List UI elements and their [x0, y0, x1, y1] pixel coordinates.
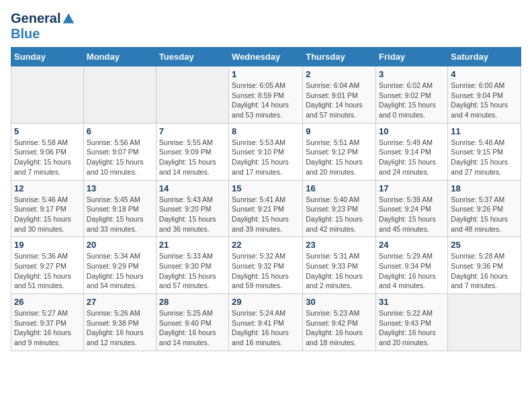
weekday-header-wednesday: Wednesday [229, 48, 303, 66]
day-number: 27 [87, 297, 153, 307]
day-number: 6 [87, 126, 153, 136]
calendar-cell: 21Sunrise: 5:33 AM Sunset: 9:30 PM Dayli… [156, 237, 228, 294]
calendar-cell: 12Sunrise: 5:46 AM Sunset: 9:17 PM Dayli… [11, 180, 84, 237]
calendar-cell: 8Sunrise: 5:53 AM Sunset: 9:10 PM Daylig… [229, 123, 303, 180]
day-number: 15 [232, 183, 300, 193]
calendar-cell: 25Sunrise: 5:28 AM Sunset: 9:36 PM Dayli… [448, 237, 521, 294]
calendar-cell: 15Sunrise: 5:41 AM Sunset: 9:21 PM Dayli… [229, 180, 303, 237]
day-info: Sunrise: 5:48 AM Sunset: 9:15 PM Dayligh… [451, 138, 518, 177]
weekday-header-sunday: Sunday [11, 48, 84, 66]
calendar-cell [83, 66, 156, 124]
day-number: 1 [232, 69, 300, 79]
day-number: 12 [14, 183, 81, 193]
day-number: 21 [159, 240, 226, 250]
day-number: 11 [451, 126, 518, 136]
calendar-cell: 3Sunrise: 6:02 AM Sunset: 9:02 PM Daylig… [376, 66, 448, 124]
calendar-cell: 28Sunrise: 5:25 AM Sunset: 9:40 PM Dayli… [156, 294, 228, 351]
logo-general: General [11, 11, 60, 26]
calendar-cell: 7Sunrise: 5:55 AM Sunset: 9:09 PM Daylig… [156, 123, 228, 180]
calendar-cell: 2Sunrise: 6:04 AM Sunset: 9:01 PM Daylig… [303, 66, 376, 124]
day-info: Sunrise: 5:31 AM Sunset: 9:33 PM Dayligh… [306, 251, 373, 291]
calendar-week-row: 26Sunrise: 5:27 AM Sunset: 9:37 PM Dayli… [11, 294, 521, 351]
day-info: Sunrise: 5:53 AM Sunset: 9:10 PM Dayligh… [232, 138, 300, 177]
calendar-week-row: 5Sunrise: 5:58 AM Sunset: 9:06 PM Daylig… [11, 123, 521, 180]
day-info: Sunrise: 6:05 AM Sunset: 8:59 PM Dayligh… [232, 81, 300, 120]
day-info: Sunrise: 5:26 AM Sunset: 9:38 PM Dayligh… [87, 308, 153, 348]
day-info: Sunrise: 5:46 AM Sunset: 9:17 PM Dayligh… [14, 195, 81, 234]
calendar-cell: 13Sunrise: 5:45 AM Sunset: 9:18 PM Dayli… [83, 180, 156, 237]
day-info: Sunrise: 6:02 AM Sunset: 9:02 PM Dayligh… [379, 81, 445, 120]
day-info: Sunrise: 5:32 AM Sunset: 9:32 PM Dayligh… [232, 251, 300, 291]
day-info: Sunrise: 5:28 AM Sunset: 9:36 PM Dayligh… [451, 251, 518, 291]
weekday-header-thursday: Thursday [303, 48, 376, 66]
calendar-cell: 27Sunrise: 5:26 AM Sunset: 9:38 PM Dayli… [83, 294, 156, 351]
day-info: Sunrise: 6:04 AM Sunset: 9:01 PM Dayligh… [306, 81, 373, 120]
logo: General Blue [11, 11, 75, 42]
day-info: Sunrise: 5:45 AM Sunset: 9:18 PM Dayligh… [87, 195, 153, 234]
day-info: Sunrise: 5:37 AM Sunset: 9:26 PM Dayligh… [451, 195, 518, 234]
calendar-cell [11, 66, 84, 124]
day-number: 31 [379, 297, 445, 307]
day-info: Sunrise: 5:39 AM Sunset: 9:24 PM Dayligh… [379, 195, 445, 234]
day-info: Sunrise: 5:25 AM Sunset: 9:40 PM Dayligh… [159, 308, 226, 348]
day-number: 8 [232, 126, 300, 136]
day-number: 9 [306, 126, 373, 136]
day-number: 14 [159, 183, 226, 193]
calendar-cell: 30Sunrise: 5:23 AM Sunset: 9:42 PM Dayli… [303, 294, 376, 351]
day-number: 26 [14, 297, 81, 307]
calendar-week-row: 19Sunrise: 5:36 AM Sunset: 9:27 PM Dayli… [11, 237, 521, 294]
day-number: 4 [451, 69, 518, 79]
calendar-cell: 16Sunrise: 5:40 AM Sunset: 9:23 PM Dayli… [303, 180, 376, 237]
day-number: 13 [87, 183, 153, 193]
svg-marker-0 [63, 13, 75, 23]
calendar-cell: 4Sunrise: 6:00 AM Sunset: 9:04 PM Daylig… [448, 66, 521, 124]
calendar-header-row: SundayMondayTuesdayWednesdayThursdayFrid… [11, 48, 521, 66]
day-number: 16 [306, 183, 373, 193]
calendar-cell: 9Sunrise: 5:51 AM Sunset: 9:12 PM Daylig… [303, 123, 376, 180]
calendar-cell [448, 294, 521, 351]
day-info: Sunrise: 5:27 AM Sunset: 9:37 PM Dayligh… [14, 308, 81, 348]
calendar-cell: 23Sunrise: 5:31 AM Sunset: 9:33 PM Dayli… [303, 237, 376, 294]
day-info: Sunrise: 5:56 AM Sunset: 9:07 PM Dayligh… [87, 138, 153, 177]
day-number: 25 [451, 240, 518, 250]
day-info: Sunrise: 5:34 AM Sunset: 9:29 PM Dayligh… [87, 251, 153, 291]
day-number: 23 [306, 240, 373, 250]
calendar-cell: 11Sunrise: 5:48 AM Sunset: 9:15 PM Dayli… [448, 123, 521, 180]
calendar-week-row: 1Sunrise: 6:05 AM Sunset: 8:59 PM Daylig… [11, 66, 521, 124]
weekday-header-saturday: Saturday [448, 48, 521, 66]
day-number: 29 [232, 297, 300, 307]
weekday-header-tuesday: Tuesday [156, 48, 228, 66]
day-number: 17 [379, 183, 445, 193]
calendar-week-row: 12Sunrise: 5:46 AM Sunset: 9:17 PM Dayli… [11, 180, 521, 237]
day-info: Sunrise: 5:41 AM Sunset: 9:21 PM Dayligh… [232, 195, 300, 234]
calendar-cell: 19Sunrise: 5:36 AM Sunset: 9:27 PM Dayli… [11, 237, 84, 294]
day-info: Sunrise: 5:36 AM Sunset: 9:27 PM Dayligh… [14, 251, 81, 291]
calendar-cell: 26Sunrise: 5:27 AM Sunset: 9:37 PM Dayli… [11, 294, 84, 351]
day-number: 7 [159, 126, 226, 136]
day-number: 20 [87, 240, 153, 250]
day-info: Sunrise: 5:24 AM Sunset: 9:41 PM Dayligh… [232, 308, 300, 348]
calendar-cell: 20Sunrise: 5:34 AM Sunset: 9:29 PM Dayli… [83, 237, 156, 294]
page-header: General Blue [11, 11, 521, 42]
day-number: 22 [232, 240, 300, 250]
logo-icon [62, 12, 75, 26]
day-info: Sunrise: 5:40 AM Sunset: 9:23 PM Dayligh… [306, 195, 373, 234]
day-info: Sunrise: 5:33 AM Sunset: 9:30 PM Dayligh… [159, 251, 226, 291]
day-number: 2 [306, 69, 373, 79]
day-info: Sunrise: 5:58 AM Sunset: 9:06 PM Dayligh… [14, 138, 81, 177]
day-info: Sunrise: 5:29 AM Sunset: 9:34 PM Dayligh… [379, 251, 445, 291]
day-info: Sunrise: 5:49 AM Sunset: 9:14 PM Dayligh… [379, 138, 445, 177]
day-number: 30 [306, 297, 373, 307]
calendar-table: SundayMondayTuesdayWednesdayThursdayFrid… [11, 47, 521, 351]
calendar-cell: 24Sunrise: 5:29 AM Sunset: 9:34 PM Dayli… [376, 237, 448, 294]
day-info: Sunrise: 5:22 AM Sunset: 9:43 PM Dayligh… [379, 308, 445, 348]
day-number: 3 [379, 69, 445, 79]
calendar-cell [156, 66, 228, 124]
calendar-cell: 29Sunrise: 5:24 AM Sunset: 9:41 PM Dayli… [229, 294, 303, 351]
calendar-cell: 17Sunrise: 5:39 AM Sunset: 9:24 PM Dayli… [376, 180, 448, 237]
day-number: 24 [379, 240, 445, 250]
day-number: 28 [159, 297, 226, 307]
calendar-cell: 5Sunrise: 5:58 AM Sunset: 9:06 PM Daylig… [11, 123, 84, 180]
day-info: Sunrise: 6:00 AM Sunset: 9:04 PM Dayligh… [451, 81, 518, 120]
calendar-cell: 10Sunrise: 5:49 AM Sunset: 9:14 PM Dayli… [376, 123, 448, 180]
